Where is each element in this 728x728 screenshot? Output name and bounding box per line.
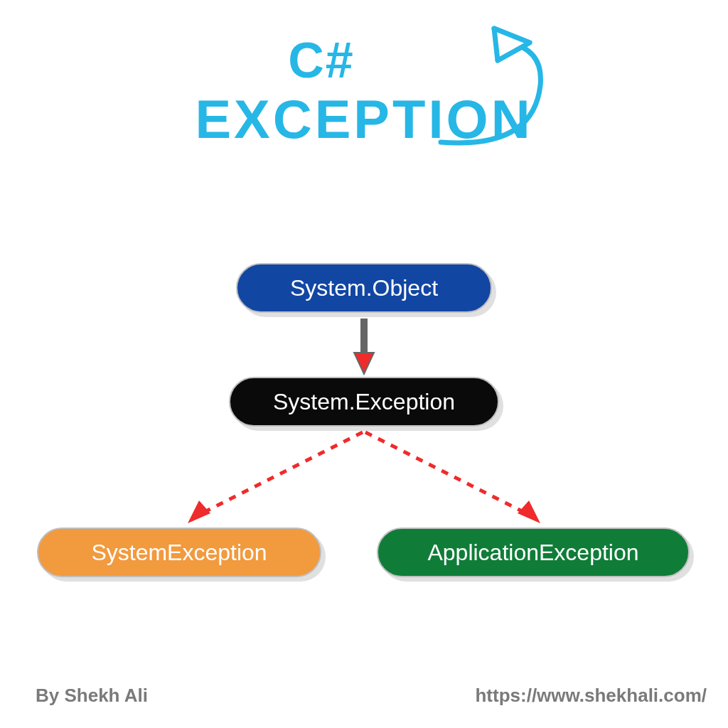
node-system-exception: System.Exception [229,377,499,427]
svg-line-6 [365,432,529,515]
node-label: SystemException [91,540,267,566]
node-system-exception-leaf: SystemException [37,528,321,577]
node-label: System.Object [290,275,438,301]
node-label: System.Exception [273,389,455,415]
title-line-1: C# [288,36,354,85]
node-label: ApplicationException [427,540,638,566]
svg-marker-7 [518,500,540,523]
diagram-title: C# EXCEPTION [0,36,728,146]
svg-marker-3 [354,353,374,374]
footer-author: By Shekh Ali [36,685,148,707]
svg-rect-2 [360,318,368,355]
footer-url: https://www.shekhali.com/ [475,685,707,707]
dashed-arrow-left-icon [185,429,370,529]
arrow-down-icon [353,318,375,375]
svg-marker-1 [494,28,530,60]
svg-line-4 [199,432,363,515]
loop-arrow-icon [427,21,569,164]
title-line-2: EXCEPTION [0,92,728,146]
svg-marker-5 [188,500,210,523]
node-system-object: System.Object [236,263,492,313]
dashed-arrow-right-icon [358,429,543,529]
node-application-exception: ApplicationException [377,528,690,577]
